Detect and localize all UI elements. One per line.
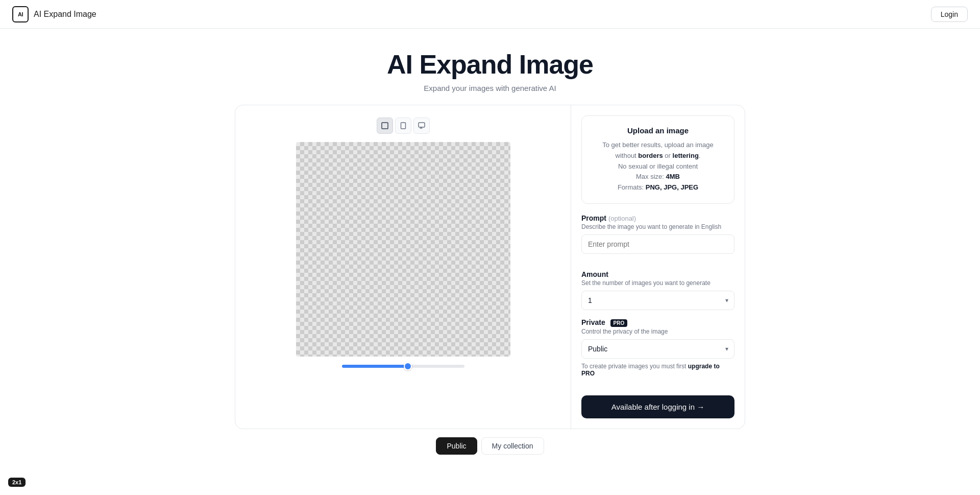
prompt-section: Prompt (optional) Describe the image you… <box>581 214 734 262</box>
private-section: Private PRO Control the privacy of the i… <box>581 318 734 377</box>
slider-fill <box>342 365 408 368</box>
privacy-select-wrapper: Public Private ▾ <box>581 339 734 359</box>
main-container: Upload an image To get better results, u… <box>225 105 755 483</box>
cta-button[interactable]: Available after logging in → <box>581 395 734 418</box>
comment-view-button[interactable] <box>413 117 430 134</box>
bottom-tabs: Public My collection <box>235 429 745 463</box>
my-collection-tab[interactable]: My collection <box>481 437 544 455</box>
view-toggle <box>377 117 430 134</box>
login-button[interactable]: Login <box>931 7 968 22</box>
nav-brand: AI AI Expand Image <box>12 6 96 22</box>
upload-title: Upload an image <box>592 126 724 135</box>
comment-icon <box>418 122 425 129</box>
slider-thumb[interactable] <box>404 362 412 370</box>
square-view-button[interactable] <box>377 117 393 134</box>
app-logo: AI <box>12 6 29 22</box>
svg-rect-1 <box>401 123 405 129</box>
version-badge: 2x1 <box>8 478 26 487</box>
upload-info-box: Upload an image To get better results, u… <box>581 115 734 204</box>
square-icon <box>381 122 388 129</box>
public-tab[interactable]: Public <box>436 437 477 455</box>
zoom-slider-container <box>342 365 464 368</box>
portrait-view-button[interactable] <box>395 117 411 134</box>
prompt-description: Describe the image you want to generate … <box>581 223 734 230</box>
portrait-icon <box>400 122 407 129</box>
upload-description: To get better results, upload an image w… <box>592 140 724 193</box>
upgrade-note: To create private images you must first … <box>581 363 734 377</box>
hero-title: AI Expand Image <box>10 49 970 80</box>
svg-rect-0 <box>382 123 388 129</box>
private-description: Control the privacy of the image <box>581 328 734 335</box>
prompt-input[interactable] <box>581 234 734 254</box>
prompt-optional: (optional) <box>608 215 636 222</box>
amount-select[interactable]: 1 2 3 4 <box>581 291 734 310</box>
amount-label: Amount <box>581 270 734 278</box>
svg-rect-2 <box>419 123 425 127</box>
slider-track <box>342 365 464 368</box>
content-card: Upload an image To get better results, u… <box>235 105 745 429</box>
app-name: AI Expand Image <box>34 10 96 19</box>
hero-section: AI Expand Image Expand your images with … <box>0 29 980 105</box>
amount-section: Amount Set the number of images you want… <box>581 270 734 310</box>
navbar: AI AI Expand Image Login <box>0 0 980 29</box>
privacy-select[interactable]: Public Private <box>581 339 734 359</box>
amount-description: Set the number of images you want to gen… <box>581 279 734 287</box>
hero-subtitle: Expand your images with generative AI <box>10 84 970 92</box>
private-label: Private PRO <box>581 318 734 327</box>
image-canvas[interactable] <box>296 142 510 357</box>
pro-badge: PRO <box>610 319 628 327</box>
prompt-label: Prompt (optional) <box>581 214 734 222</box>
right-panel: Upload an image To get better results, u… <box>571 105 745 429</box>
amount-select-wrapper: 1 2 3 4 ▾ <box>581 291 734 310</box>
left-panel <box>235 105 571 429</box>
